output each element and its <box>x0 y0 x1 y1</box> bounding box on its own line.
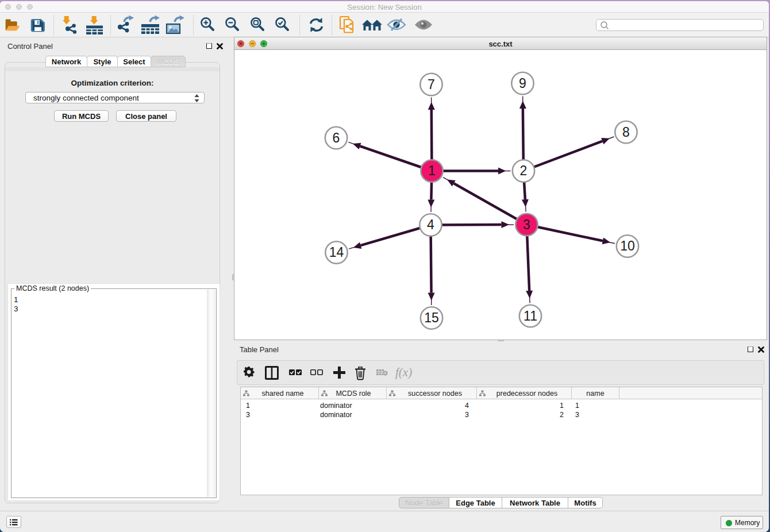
svg-text:4: 4 <box>427 217 434 232</box>
svg-text:7: 7 <box>428 77 435 92</box>
svg-text:dominator: dominator <box>320 411 352 419</box>
svg-text:10: 10 <box>620 238 635 253</box>
svg-text:6: 6 <box>333 130 340 145</box>
svg-text:1: 1 <box>428 163 436 178</box>
svg-text:3: 3 <box>246 411 250 419</box>
svg-text:1: 1 <box>560 402 564 410</box>
svg-text:1: 1 <box>575 402 579 410</box>
svg-text:3: 3 <box>523 217 530 232</box>
svg-text:2: 2 <box>560 411 564 419</box>
svg-text:2: 2 <box>520 163 528 178</box>
svg-text:predecessor nodes: predecessor nodes <box>496 390 557 398</box>
svg-text:14: 14 <box>329 245 344 260</box>
svg-text:3: 3 <box>465 411 469 419</box>
svg-text:4: 4 <box>465 402 469 410</box>
svg-text:successor nodes: successor nodes <box>408 390 462 398</box>
svg-text:15: 15 <box>424 310 439 325</box>
svg-text:9: 9 <box>519 76 526 91</box>
svg-text:8: 8 <box>622 125 630 140</box>
svg-text:1: 1 <box>246 402 250 410</box>
svg-text:MCDS role: MCDS role <box>336 390 371 398</box>
svg-text:dominator: dominator <box>320 402 352 410</box>
svg-text:name: name <box>586 390 604 398</box>
svg-text:shared name: shared name <box>262 390 304 398</box>
svg-text:f(x): f(x) <box>395 365 412 379</box>
svg-text:11: 11 <box>523 309 537 323</box>
svg-text:3: 3 <box>575 411 579 419</box>
